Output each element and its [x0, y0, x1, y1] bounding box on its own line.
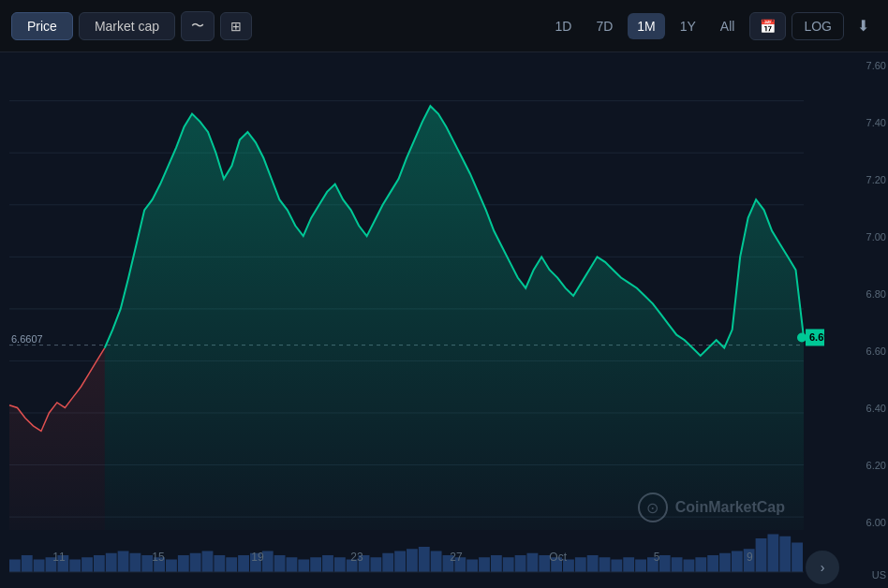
- toolbar-right: 1D 7D 1M 1Y All 📅 LOG ⬇: [545, 11, 877, 40]
- x-label-15: 15: [152, 551, 164, 564]
- x-label-19: 19: [251, 551, 263, 564]
- x-axis: 11 15 19 23 27 Oct 5 9: [0, 551, 806, 564]
- y-label-640: 6.40: [841, 403, 886, 414]
- download-button[interactable]: ⬇: [850, 11, 877, 40]
- y-label-720: 7.20: [841, 174, 886, 185]
- currency-label: US: [872, 569, 886, 581]
- y-label-760: 7.60: [841, 60, 886, 71]
- scroll-to-end-button[interactable]: ›: [806, 551, 839, 584]
- toolbar: Price Market cap 〜 ⊞ 1D 7D 1M 1Y All 📅 L…: [0, 0, 888, 52]
- 1y-button[interactable]: 1Y: [671, 13, 705, 39]
- price-tab[interactable]: Price: [11, 12, 73, 40]
- download-icon: ⬇: [857, 18, 869, 34]
- x-label-9: 9: [747, 551, 753, 564]
- x-label-oct: Oct: [549, 551, 567, 564]
- watermark-text: CoinMarketCap: [675, 499, 785, 516]
- y-label-620: 6.20: [841, 460, 886, 471]
- y-axis: 7.60 7.40 7.20 7.00 6.80 6.60 6.40 6.20 …: [841, 52, 886, 536]
- calendar-icon: 📅: [760, 19, 776, 34]
- y-label-600: 6.00: [841, 517, 886, 528]
- y-label-740: 7.40: [841, 117, 886, 128]
- y-label-680: 6.80: [841, 288, 886, 300]
- all-button[interactable]: All: [711, 13, 745, 39]
- candle-chart-button[interactable]: ⊞: [220, 12, 252, 40]
- watermark: ⊙ CoinMarketCap: [638, 492, 785, 522]
- y-label-700: 7.00: [841, 231, 886, 243]
- x-label-11: 11: [52, 551, 65, 564]
- line-chart-button[interactable]: 〜: [181, 11, 215, 41]
- toolbar-left: Price Market cap 〜 ⊞: [11, 11, 252, 41]
- 1m-button[interactable]: 1M: [628, 13, 664, 39]
- line-chart-icon: 〜: [191, 18, 204, 35]
- x-label-27: 27: [450, 551, 462, 564]
- y-label-660: 6.60: [841, 345, 886, 357]
- chart-container: 7.60 7.40 7.20 7.00 6.80 6.60 6.40 6.20 …: [0, 52, 888, 588]
- x-label-5: 5: [654, 551, 660, 564]
- 7d-button[interactable]: 7D: [586, 13, 622, 39]
- log-button[interactable]: LOG: [792, 12, 844, 40]
- candle-chart-icon: ⊞: [230, 19, 242, 34]
- calendar-button[interactable]: 📅: [749, 12, 786, 40]
- watermark-logo: ⊙: [638, 492, 668, 522]
- x-label-23: 23: [350, 551, 363, 564]
- market-cap-tab[interactable]: Market cap: [79, 12, 175, 40]
- 1d-button[interactable]: 1D: [545, 13, 581, 39]
